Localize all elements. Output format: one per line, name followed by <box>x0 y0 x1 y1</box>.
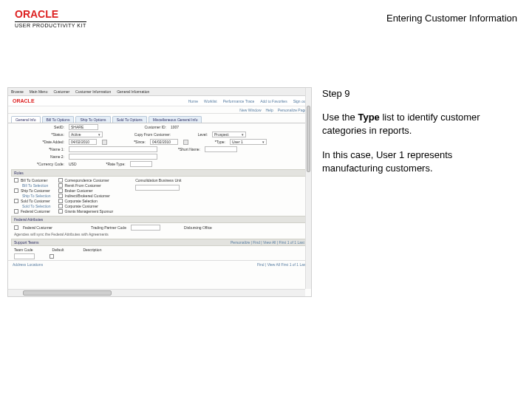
lbl-chk: Ship To Selection <box>22 194 51 198</box>
instr-bold: Type <box>358 112 379 123</box>
tab-misc[interactable]: Miscellaneous General Info <box>149 116 202 123</box>
instr-pre: Use the <box>322 112 358 123</box>
lbl-chk: Bill To Customer <box>21 178 47 183</box>
lbl-chk: Indirect/Brokered Customer <box>65 194 110 198</box>
lbl-chk: Corporate Selection <box>65 199 98 203</box>
upk-subtitle: USER PRODUCTIVITY KIT <box>15 21 86 28</box>
link-favorites[interactable]: Add to Favorites <box>260 99 287 103</box>
grid-nav[interactable]: Personalize | Find | View All | First 1 … <box>231 240 304 245</box>
col-default: Default <box>52 248 64 252</box>
link-worklist[interactable]: Worklist <box>204 99 217 103</box>
chk-default[interactable] <box>50 254 54 259</box>
type-select[interactable]: User 1▾ <box>230 139 267 145</box>
crumb[interactable]: Main Menu <box>30 89 48 94</box>
link-personalize[interactable]: Personalize Page <box>278 108 307 112</box>
link-perf[interactable]: Performance Trace <box>223 99 255 103</box>
status-select[interactable]: Active▾ <box>69 132 103 137</box>
chevron-down-icon: ▾ <box>242 132 244 137</box>
lbl-consol: Consolidation Business Unit <box>135 178 181 183</box>
link-home[interactable]: Home <box>188 99 198 103</box>
tabs: General Info Bill To Options Ship To Opt… <box>8 114 311 123</box>
chk-corp[interactable] <box>58 204 63 208</box>
tab-soldto[interactable]: Sold To Options <box>112 116 147 123</box>
name2-input[interactable] <box>69 154 157 160</box>
chk-broker[interactable] <box>58 188 63 193</box>
oracle-logo: ORACLE <box>15 8 86 20</box>
lbl-tpc: Trading Partner Code <box>91 225 126 230</box>
lbl-chk: Remit From Customer <box>65 183 101 188</box>
section-fedattr: Federal Attributes <box>11 216 308 223</box>
since-input[interactable]: 04/02/2010 <box>150 139 178 145</box>
scroll-thumb[interactable] <box>23 290 112 296</box>
col-desc: Description <box>83 248 101 252</box>
chk-soldto[interactable] <box>14 199 18 203</box>
app-subbar: New Window Help Personalize Page <box>8 106 311 114</box>
addr-title: Address Locations <box>13 262 43 267</box>
crumb[interactable]: General Information <box>117 89 149 94</box>
dateadded-input[interactable]: 04/02/2010 <box>69 139 97 145</box>
calendar-icon[interactable] <box>183 140 188 145</box>
level-select[interactable]: Prospect▾ <box>212 132 246 137</box>
link-newwindow[interactable]: New Window <box>239 108 261 112</box>
label-dup: Copy From Customer: <box>107 132 171 137</box>
chk-fedcust[interactable] <box>14 225 18 230</box>
chk-shipto[interactable] <box>14 188 18 193</box>
application-screenshot: Browse Main Menu Customer Customer Infor… <box>7 87 312 297</box>
oracle-logo-mini: ORACLE <box>13 98 35 103</box>
fha-note: Agencies will sync the Federal Attribute… <box>14 232 109 236</box>
section-roles: Roles <box>11 169 308 177</box>
label-status: Status: <box>14 132 64 137</box>
tab-billto[interactable]: Bill To Options <box>42 116 75 123</box>
lbl-chk: Sold To Customer <box>21 199 50 203</box>
scroll-thumb[interactable] <box>307 106 310 172</box>
instruction-text-2: In this case, User 1 represents manufact… <box>322 149 514 175</box>
lbl-chk: Federal Customer <box>21 209 50 214</box>
vertical-scrollbar[interactable] <box>305 88 311 289</box>
lbl-chk: Corporate Customer <box>65 204 98 208</box>
ratetype-input[interactable] <box>130 161 152 167</box>
teamcode-input[interactable] <box>14 253 35 259</box>
chk-indcust[interactable] <box>58 199 63 203</box>
page-title: Entering Customer Information <box>386 13 517 24</box>
lbl-chk: Ship To Customer <box>21 188 50 193</box>
consol-input[interactable] <box>135 185 180 191</box>
value-custid: 1007 <box>171 125 179 129</box>
chk-remit[interactable] <box>58 183 63 188</box>
chk-billto[interactable] <box>14 178 18 183</box>
chevron-down-icon: ▾ <box>262 140 265 144</box>
crumb[interactable]: Customer <box>53 89 69 94</box>
crumb[interactable]: Customer Information <box>75 89 111 94</box>
lbl-chk: Bill To Selection <box>22 183 48 188</box>
name1-input[interactable] <box>69 146 157 152</box>
status-value: Active <box>71 132 81 137</box>
tpc-input[interactable] <box>131 225 160 231</box>
horizontal-scrollbar[interactable] <box>8 289 305 296</box>
value-setid: SHARE <box>69 124 98 130</box>
short-input[interactable] <box>205 146 237 152</box>
calendar-icon[interactable] <box>102 140 107 145</box>
label-type: Type: <box>193 140 225 144</box>
chk-federal[interactable] <box>14 209 18 214</box>
section-support-title: Support Teams <box>14 240 39 245</box>
tab-shipto[interactable]: Ship To Options <box>75 116 110 123</box>
type-value: User 1 <box>232 140 243 144</box>
lbl-disb: Disbursing Office <box>184 225 212 230</box>
chk-grants[interactable] <box>58 209 63 214</box>
lbl-chk: Grants Management Sponsor <box>65 209 114 214</box>
lbl-fedcust: Federal Customer <box>23 225 52 230</box>
label-name1: Name 1: <box>14 147 64 151</box>
label-since: Since: <box>112 140 146 144</box>
section-address: Address Locations Find | View All First … <box>8 260 311 267</box>
col-teamcode: Team Code <box>14 248 33 252</box>
instructions-pane: Step 9 Use the Type list to identify cus… <box>322 87 514 297</box>
chk-corr[interactable] <box>58 178 63 183</box>
chk-indirect[interactable] <box>58 194 63 198</box>
label-name2: Name 2: <box>14 154 64 159</box>
label-ratetype: Rate Type: <box>81 162 126 166</box>
lbl-chk: Correspondence Customer <box>65 178 109 183</box>
chevron-down-icon: ▾ <box>98 132 100 137</box>
tab-general[interactable]: General Info <box>11 116 41 123</box>
addr-nav[interactable]: Find | View All First 1 of 1 Last <box>257 262 307 267</box>
link-help[interactable]: Help <box>266 108 273 112</box>
crumb[interactable]: Browse <box>11 89 24 94</box>
